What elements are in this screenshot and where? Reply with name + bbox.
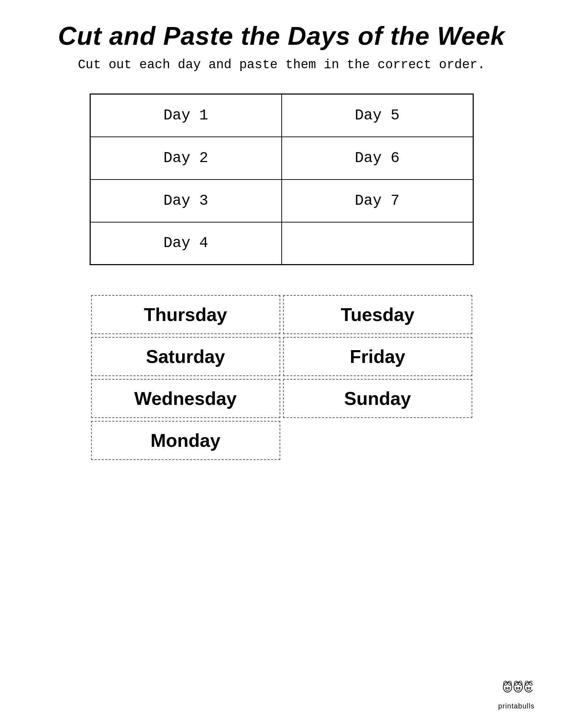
days-grid-table: Day 1 Day 5 Day 2 Day 6 Day 3 Day 7 Day … [90,93,474,265]
cutout-friday[interactable]: Friday [283,337,472,376]
logo-text: printabulls [498,702,535,710]
cutout-monday[interactable]: Monday [91,421,280,460]
table-row: Day 2 Day 6 [90,137,473,180]
page-title: Cut and Paste the Days of the Week [28,21,535,50]
day-cell-empty [282,222,473,265]
day-cell-5: Day 5 [282,94,473,137]
dogs-svg-icon [500,676,532,698]
cutout-sunday[interactable]: Sunday [283,379,472,418]
svg-point-17 [527,688,531,690]
cutout-thursday[interactable]: Thursday [91,295,280,334]
day-cell-2: Day 2 [90,137,282,180]
day-cell-6: Day 6 [282,137,473,180]
page-subtitle: Cut out each day and paste them in the c… [28,58,535,72]
cutout-section: Thursday Tuesday Saturday Friday Wednesd… [90,294,474,461]
day-cell-7: Day 7 [282,180,473,222]
cutout-saturday[interactable]: Saturday [91,337,280,376]
svg-point-0 [503,682,512,692]
cutout-wednesday[interactable]: Wednesday [91,379,280,418]
day-cell-1: Day 1 [90,94,282,137]
cutout-tuesday[interactable]: Tuesday [283,295,472,334]
day-cell-4: Day 4 [90,222,282,265]
table-row: Day 1 Day 5 [90,94,473,137]
svg-point-11 [516,688,520,690]
svg-point-5 [506,688,509,690]
logo-area: printabulls [498,676,535,710]
table-row: Day 3 Day 7 [90,180,473,222]
table-row: Day 4 [90,222,473,265]
day-cell-3: Day 3 [90,180,282,222]
printabull-dogs-icon [498,676,535,702]
page: Cut and Paste the Days of the Week Cut o… [0,0,563,728]
svg-point-6 [514,682,522,692]
